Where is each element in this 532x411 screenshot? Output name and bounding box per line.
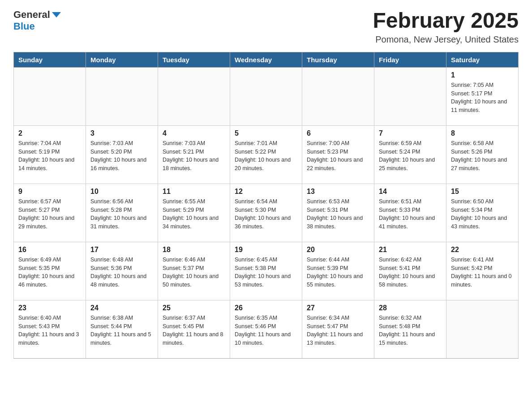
day-number: 1 xyxy=(451,71,514,79)
day-info: Sunrise: 6:49 AMSunset: 5:35 PMDaylight:… xyxy=(18,256,81,289)
calendar-cell: 1Sunrise: 7:05 AMSunset: 5:17 PMDaylight… xyxy=(446,67,519,125)
day-info: Sunrise: 6:58 AMSunset: 5:26 PMDaylight:… xyxy=(451,139,514,173)
logo: General Blue xyxy=(13,9,61,32)
page-header: General Blue February 2025 Pomona, New J… xyxy=(13,9,519,45)
day-info: Sunrise: 6:55 AMSunset: 5:29 PMDaylight:… xyxy=(163,197,225,231)
day-number: 27 xyxy=(307,304,369,312)
calendar-cell: 5Sunrise: 7:01 AMSunset: 5:22 PMDaylight… xyxy=(230,125,302,184)
day-info: Sunrise: 6:37 AMSunset: 5:45 PMDaylight:… xyxy=(163,314,225,347)
day-number: 12 xyxy=(235,188,297,196)
week-row-2: 2Sunrise: 7:04 AMSunset: 5:19 PMDaylight… xyxy=(14,125,519,184)
day-number: 14 xyxy=(379,188,442,196)
day-number: 5 xyxy=(235,129,297,137)
week-row-3: 9Sunrise: 6:57 AMSunset: 5:27 PMDaylight… xyxy=(14,184,519,242)
calendar-cell: 27Sunrise: 6:34 AMSunset: 5:47 PMDayligh… xyxy=(302,300,374,358)
calendar-cell: 26Sunrise: 6:35 AMSunset: 5:46 PMDayligh… xyxy=(230,300,302,358)
day-number: 17 xyxy=(90,246,153,254)
day-number: 2 xyxy=(18,129,81,137)
calendar-cell xyxy=(446,300,519,358)
day-number: 19 xyxy=(235,246,297,254)
calendar-cell: 22Sunrise: 6:41 AMSunset: 5:42 PMDayligh… xyxy=(446,242,519,300)
logo-blue-text: Blue xyxy=(13,21,35,32)
week-row-5: 23Sunrise: 6:40 AMSunset: 5:43 PMDayligh… xyxy=(14,300,519,358)
day-number: 7 xyxy=(379,129,442,137)
calendar-cell: 6Sunrise: 7:00 AMSunset: 5:23 PMDaylight… xyxy=(302,125,374,184)
day-info: Sunrise: 6:44 AMSunset: 5:39 PMDaylight:… xyxy=(307,256,369,289)
week-row-4: 16Sunrise: 6:49 AMSunset: 5:35 PMDayligh… xyxy=(14,242,519,300)
logo-arrow-icon xyxy=(52,12,61,17)
calendar-cell xyxy=(86,67,158,125)
day-info: Sunrise: 6:54 AMSunset: 5:30 PMDaylight:… xyxy=(235,197,297,231)
day-info: Sunrise: 6:34 AMSunset: 5:47 PMDaylight:… xyxy=(307,314,369,347)
column-header-wednesday: Wednesday xyxy=(230,52,302,67)
calendar-cell: 11Sunrise: 6:55 AMSunset: 5:29 PMDayligh… xyxy=(158,184,230,242)
day-info: Sunrise: 6:46 AMSunset: 5:37 PMDaylight:… xyxy=(163,256,225,289)
day-info: Sunrise: 6:40 AMSunset: 5:43 PMDaylight:… xyxy=(18,314,81,347)
day-number: 18 xyxy=(163,246,225,254)
calendar-title: February 2025 xyxy=(373,9,519,33)
day-number: 28 xyxy=(379,304,442,312)
day-info: Sunrise: 6:51 AMSunset: 5:33 PMDaylight:… xyxy=(379,197,442,231)
column-header-monday: Monday xyxy=(86,52,158,67)
day-number: 23 xyxy=(18,304,81,312)
week-row-1: 1Sunrise: 7:05 AMSunset: 5:17 PMDaylight… xyxy=(14,67,519,125)
column-header-thursday: Thursday xyxy=(302,52,374,67)
calendar-cell: 10Sunrise: 6:56 AMSunset: 5:28 PMDayligh… xyxy=(86,184,158,242)
column-header-sunday: Sunday xyxy=(14,52,86,67)
day-info: Sunrise: 6:41 AMSunset: 5:42 PMDaylight:… xyxy=(451,256,514,289)
calendar-cell: 8Sunrise: 6:58 AMSunset: 5:26 PMDaylight… xyxy=(446,125,519,184)
day-number: 9 xyxy=(18,188,81,196)
calendar-cell: 9Sunrise: 6:57 AMSunset: 5:27 PMDaylight… xyxy=(14,184,86,242)
calendar-cell xyxy=(14,67,86,125)
calendar-cell: 15Sunrise: 6:50 AMSunset: 5:34 PMDayligh… xyxy=(446,184,519,242)
day-info: Sunrise: 6:32 AMSunset: 5:48 PMDaylight:… xyxy=(379,314,442,347)
day-info: Sunrise: 7:00 AMSunset: 5:23 PMDaylight:… xyxy=(307,139,369,173)
calendar-cell: 16Sunrise: 6:49 AMSunset: 5:35 PMDayligh… xyxy=(14,242,86,300)
calendar-cell xyxy=(158,67,230,125)
day-info: Sunrise: 6:45 AMSunset: 5:38 PMDaylight:… xyxy=(235,256,297,289)
day-number: 11 xyxy=(163,188,225,196)
day-number: 6 xyxy=(307,129,369,137)
calendar-subtitle: Pomona, New Jersey, United States xyxy=(373,34,519,45)
calendar-cell: 21Sunrise: 6:42 AMSunset: 5:41 PMDayligh… xyxy=(374,242,446,300)
day-number: 4 xyxy=(163,129,225,137)
day-number: 24 xyxy=(90,304,153,312)
day-number: 8 xyxy=(451,129,514,137)
day-info: Sunrise: 6:42 AMSunset: 5:41 PMDaylight:… xyxy=(379,256,442,289)
day-number: 15 xyxy=(451,188,514,196)
column-header-saturday: Saturday xyxy=(446,52,519,67)
calendar-cell: 14Sunrise: 6:51 AMSunset: 5:33 PMDayligh… xyxy=(374,184,446,242)
calendar-cell: 18Sunrise: 6:46 AMSunset: 5:37 PMDayligh… xyxy=(158,242,230,300)
calendar-cell: 13Sunrise: 6:53 AMSunset: 5:31 PMDayligh… xyxy=(302,184,374,242)
calendar-cell: 4Sunrise: 7:03 AMSunset: 5:21 PMDaylight… xyxy=(158,125,230,184)
day-number: 10 xyxy=(90,188,153,196)
calendar-body: 1Sunrise: 7:05 AMSunset: 5:17 PMDaylight… xyxy=(14,67,519,358)
logo-general-text: General xyxy=(13,9,50,21)
day-info: Sunrise: 7:03 AMSunset: 5:21 PMDaylight:… xyxy=(163,139,225,173)
day-number: 26 xyxy=(235,304,297,312)
calendar-cell: 28Sunrise: 6:32 AMSunset: 5:48 PMDayligh… xyxy=(374,300,446,358)
day-info: Sunrise: 6:57 AMSunset: 5:27 PMDaylight:… xyxy=(18,197,81,231)
header-row: SundayMondayTuesdayWednesdayThursdayFrid… xyxy=(14,52,519,67)
day-info: Sunrise: 6:53 AMSunset: 5:31 PMDaylight:… xyxy=(307,197,369,231)
day-info: Sunrise: 6:48 AMSunset: 5:36 PMDaylight:… xyxy=(90,256,153,289)
calendar-cell: 7Sunrise: 6:59 AMSunset: 5:24 PMDaylight… xyxy=(374,125,446,184)
calendar-cell: 12Sunrise: 6:54 AMSunset: 5:30 PMDayligh… xyxy=(230,184,302,242)
calendar-cell: 20Sunrise: 6:44 AMSunset: 5:39 PMDayligh… xyxy=(302,242,374,300)
calendar-cell xyxy=(302,67,374,125)
day-number: 20 xyxy=(307,246,369,254)
day-number: 13 xyxy=(307,188,369,196)
day-info: Sunrise: 7:03 AMSunset: 5:20 PMDaylight:… xyxy=(90,139,153,173)
day-number: 22 xyxy=(451,246,514,254)
day-info: Sunrise: 6:35 AMSunset: 5:46 PMDaylight:… xyxy=(235,314,297,347)
calendar-cell xyxy=(230,67,302,125)
day-info: Sunrise: 7:05 AMSunset: 5:17 PMDaylight:… xyxy=(451,81,514,115)
calendar-table: SundayMondayTuesdayWednesdayThursdayFrid… xyxy=(13,52,519,359)
day-number: 25 xyxy=(163,304,225,312)
calendar-cell: 2Sunrise: 7:04 AMSunset: 5:19 PMDaylight… xyxy=(14,125,86,184)
day-info: Sunrise: 6:59 AMSunset: 5:24 PMDaylight:… xyxy=(379,139,442,173)
day-number: 16 xyxy=(18,246,81,254)
calendar-cell: 24Sunrise: 6:38 AMSunset: 5:44 PMDayligh… xyxy=(86,300,158,358)
calendar-cell: 17Sunrise: 6:48 AMSunset: 5:36 PMDayligh… xyxy=(86,242,158,300)
calendar-cell: 3Sunrise: 7:03 AMSunset: 5:20 PMDaylight… xyxy=(86,125,158,184)
